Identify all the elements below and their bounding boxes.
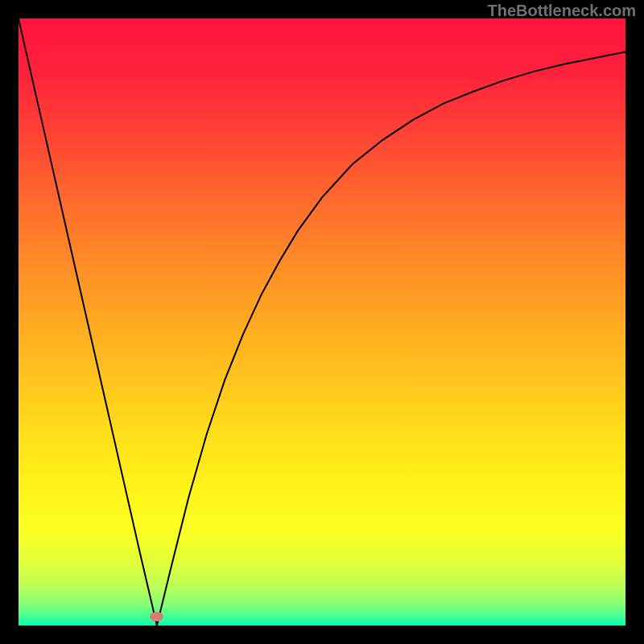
chart-frame: TheBottleneck.com (0, 0, 644, 644)
attribution-label: TheBottleneck.com (488, 2, 636, 20)
plot-area (19, 19, 625, 625)
bottleneck-curve (19, 19, 625, 625)
curve-svg (19, 19, 625, 625)
